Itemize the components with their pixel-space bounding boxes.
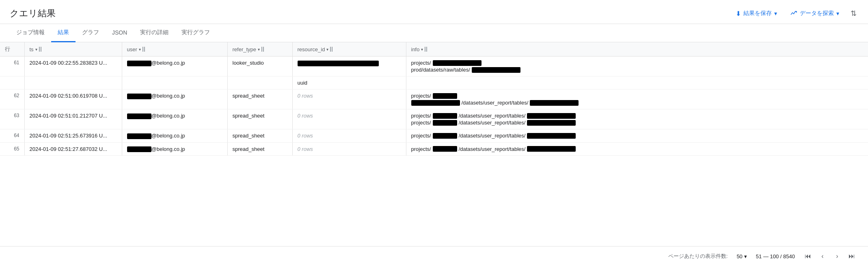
cell-resource-id-62: 0 rows — [292, 89, 406, 109]
page-size-selector[interactable]: 50 ▾ — [734, 252, 749, 261]
cell-user-62: @belong.co.jp — [122, 89, 227, 109]
refer-type-sort-icon[interactable]: ▾ — [258, 47, 260, 52]
cell-info-62: projects/ /datasets/user_report/tables/ — [406, 89, 868, 109]
table-row: 61 2024-01-09 00:22:55.283823 U... @belo… — [0, 57, 868, 76]
cell-resource-id-61 — [292, 57, 406, 76]
save-results-button[interactable]: ⬇ 結果を保存 ▾ — [732, 7, 780, 20]
cell-resource-id-65: 0 rows — [292, 142, 406, 156]
resource-id-sort-icon[interactable]: ▾ — [326, 47, 328, 52]
cell-user-uuid — [122, 76, 227, 89]
next-page-button[interactable]: › — [831, 250, 844, 263]
refer-type-resize-handle[interactable] — [261, 47, 264, 52]
resource-id-resize-handle[interactable] — [330, 47, 333, 52]
cell-ts-65: 2024-01-09 02:51:27.687032 U... — [24, 142, 122, 156]
col-header-ts[interactable]: ts ▾ — [24, 42, 122, 57]
cell-ts-64: 2024-01-09 02:51:25.673916 U... — [24, 129, 122, 143]
page-size-chevron-icon: ▾ — [744, 253, 747, 259]
rows-per-page-label: ページあたりの表示件数: — [668, 253, 728, 260]
first-page-button[interactable]: ⏮ — [801, 250, 814, 263]
null-value-62: 0 rows — [298, 93, 313, 99]
row-num-63: 63 — [0, 109, 24, 129]
cell-info-63: projects/ /datasets/user_report/tables/ … — [406, 109, 868, 129]
col-header-user[interactable]: user ▾ — [122, 42, 227, 57]
info-resize-handle[interactable] — [425, 47, 427, 52]
redacted-info-63-1b — [527, 113, 576, 119]
redacted-info-61-1 — [433, 60, 482, 66]
row-num-65: 65 — [0, 142, 24, 156]
redacted-user-64 — [127, 133, 151, 139]
ts-sort-icon[interactable]: ▾ — [35, 47, 37, 52]
redacted-info-65-1a — [433, 146, 457, 152]
redacted-info-63-2b — [527, 120, 576, 126]
page-title: クエリ結果 — [10, 7, 56, 20]
row-num-64: 64 — [0, 129, 24, 143]
cell-user-63: @belong.co.jp — [122, 109, 227, 129]
cell-resource-id-64: 0 rows — [292, 129, 406, 143]
expand-button[interactable]: ⇅ — [849, 7, 858, 20]
redacted-info-62-1 — [433, 93, 457, 99]
tab-job-info[interactable]: ジョブ情報 — [10, 24, 51, 42]
row-num-uuid — [0, 76, 24, 89]
cell-refer-type-65: spread_sheet — [227, 142, 292, 156]
tabs-bar: ジョブ情報 結果 グラフ JSON 実行の詳細 実行グラフ — [0, 24, 868, 42]
col-header-resource-id[interactable]: resource_id ▾ — [292, 42, 406, 57]
cell-refer-type-63: spread_sheet — [227, 109, 292, 129]
last-page-button[interactable]: ⏭ — [845, 250, 858, 263]
redacted-user-65 — [127, 146, 151, 152]
tab-graph[interactable]: グラフ — [76, 24, 106, 42]
redacted-info-62-2a — [411, 100, 460, 106]
redacted-info-63-1a — [433, 113, 457, 119]
save-results-label: 結果を保存 — [743, 10, 772, 17]
results-table: 行 ts ▾ user ▾ — [0, 42, 868, 156]
prev-page-button[interactable]: ‹ — [816, 250, 829, 263]
col-header-info[interactable]: info ▾ — [406, 42, 868, 57]
col-header-row: 行 — [0, 42, 24, 57]
cell-user-61: @belong.co.jp — [122, 57, 227, 76]
row-num-62: 62 — [0, 89, 24, 109]
page-container: クエリ結果 ⬇ 結果を保存 ▾ データを探索 ▾ ⇅ ジョ — [0, 0, 868, 266]
redacted-user-61 — [127, 61, 151, 66]
cell-info-61: projects/ prod/datasets/raw/tables/ — [406, 57, 868, 76]
table-body: 61 2024-01-09 00:22:55.283823 U... @belo… — [0, 57, 868, 156]
user-resize-handle[interactable] — [143, 47, 145, 52]
table-row: 62 2024-01-09 02:51:00.619708 U... @belo… — [0, 89, 868, 109]
cell-refer-type-61: looker_studio — [227, 57, 292, 76]
null-value-63: 0 rows — [298, 113, 313, 119]
tab-exec-graph[interactable]: 実行グラフ — [175, 24, 216, 42]
info-sort-icon[interactable]: ▾ — [421, 47, 423, 52]
table-row: 64 2024-01-09 02:51:25.673916 U... @belo… — [0, 129, 868, 143]
redacted-info-64-1a — [433, 133, 457, 139]
cell-refer-type-62: spread_sheet — [227, 89, 292, 109]
explore-data-button[interactable]: データを探索 ▾ — [787, 7, 842, 20]
ts-resize-handle[interactable] — [39, 47, 41, 52]
null-value-65: 0 rows — [298, 146, 313, 152]
save-icon: ⬇ — [736, 10, 741, 17]
cell-refer-type-uuid — [227, 76, 292, 89]
redacted-resource-61 — [298, 61, 379, 66]
user-sort-icon[interactable]: ▾ — [139, 47, 141, 52]
cell-user-64: @belong.co.jp — [122, 129, 227, 143]
tab-json[interactable]: JSON — [106, 24, 134, 42]
cell-info-64: projects/ /datasets/user_report/tables/ — [406, 129, 868, 143]
tab-results[interactable]: 結果 — [51, 24, 76, 42]
cell-ts-63: 2024-01-09 02:51:01.212707 U... — [24, 109, 122, 129]
page-navigation: ⏮ ‹ › ⏭ — [801, 250, 858, 263]
save-chevron-icon: ▾ — [774, 10, 777, 17]
pagination: ページあたりの表示件数: 50 ▾ 51 — 100 / 8540 ⏮ ‹ › … — [0, 246, 868, 266]
col-header-refer-type[interactable]: refer_type ▾ — [227, 42, 292, 57]
header-actions: ⬇ 結果を保存 ▾ データを探索 ▾ ⇅ — [732, 7, 858, 20]
explore-chevron-icon: ▾ — [836, 10, 839, 17]
table-container: 行 ts ▾ user ▾ — [0, 42, 868, 246]
cell-info-uuid — [406, 76, 868, 89]
redacted-info-62-2b — [530, 100, 579, 106]
redacted-info-65-1b — [527, 146, 576, 152]
null-value-64: 0 rows — [298, 133, 313, 139]
explore-icon — [790, 9, 797, 18]
explore-data-label: データを探索 — [800, 10, 834, 17]
cell-ts-62: 2024-01-09 02:51:00.619708 U... — [24, 89, 122, 109]
table-row: 65 2024-01-09 02:51:27.687032 U... @belo… — [0, 142, 868, 156]
row-num-61: 61 — [0, 57, 24, 76]
redacted-info-63-2a — [433, 120, 457, 126]
tab-exec-detail[interactable]: 実行の詳細 — [134, 24, 175, 42]
redacted-info-64-1b — [527, 133, 576, 139]
